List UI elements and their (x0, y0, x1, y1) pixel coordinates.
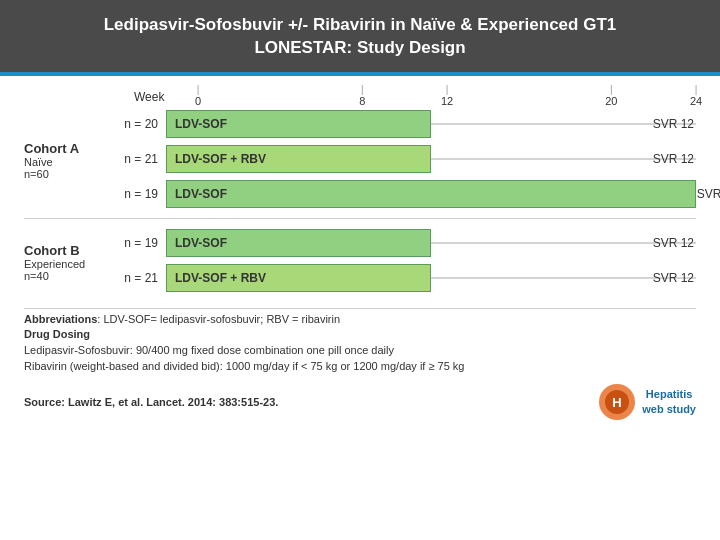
arm-a2-bar: LDV-SOF + RBV (166, 145, 431, 173)
arm-a3-bar-container: LDV-SOF SVR 12 (166, 180, 696, 208)
cohort-b-title: Cohort B (24, 243, 104, 258)
hep-logo-line1: Hepatitis (642, 387, 696, 401)
arm-a2-svr: SVR 12 (653, 152, 694, 166)
timeline-ticks: 0 8 12 20 24 (198, 84, 696, 106)
arm-a1-n: n = 20 (114, 117, 166, 131)
cohort-b-label: Cohort B Experienced n=40 (24, 229, 114, 292)
source-text: Source: Lawitz E, et al. Lancet. 2014: 3… (24, 396, 278, 408)
arm-a3-bar: LDV-SOF (166, 180, 696, 208)
drug-dosing-line2: Ribavirin (weight-based and divided bid)… (24, 360, 464, 372)
arm-a3-row: n = 19 LDV-SOF SVR 12 (114, 180, 696, 208)
arm-a1-row: n = 20 LDV-SOF SVR 12 (114, 110, 696, 138)
week-label: Week (134, 90, 194, 106)
arm-b2-n: n = 21 (114, 271, 166, 285)
arm-a2-label: LDV-SOF + RBV (175, 152, 266, 166)
drug-dosing-line1: Ledipasvir-Sofosbuvir: 90/400 mg fixed d… (24, 344, 394, 356)
cohort-a-label: Cohort A Naïve n=60 (24, 110, 114, 208)
arm-b1-bar: LDV-SOF (166, 229, 431, 257)
arm-a3-label: LDV-SOF (175, 187, 227, 201)
svg-text:H: H (613, 395, 622, 410)
arm-b2-bar: LDV-SOF + RBV (166, 264, 431, 292)
abbreviations-label: Abbreviations (24, 313, 97, 325)
arm-b1-row: n = 19 LDV-SOF SVR 12 (114, 229, 696, 257)
arm-a1-svr: SVR 12 (653, 117, 694, 131)
arm-a3-svr: SVR 12 (697, 187, 720, 201)
timeline-header: Week 0 8 12 20 24 (24, 84, 696, 106)
tick-8: 8 (359, 84, 365, 107)
arm-b2-bar-container: LDV-SOF + RBV SVR 12 (166, 264, 696, 292)
arm-b1-label: LDV-SOF (175, 236, 227, 250)
cohort-a-subtitle: Naïve (24, 156, 104, 168)
main-content: Week 0 8 12 20 24 Cohort A Naïve n=60 n … (0, 76, 720, 540)
cohort-a-n: n=60 (24, 168, 104, 180)
hepatitis-icon: H (598, 383, 636, 421)
header-line1: Ledipasvir-Sofosbuvir +/- Ribavirin in N… (20, 14, 700, 37)
tick-24: 24 (690, 84, 702, 107)
header-line2: LONESTAR: Study Design (20, 37, 700, 60)
hepatitis-logo-text: Hepatitis web study (642, 387, 696, 416)
cohort-b-subtitle: Experienced (24, 258, 104, 270)
drug-dosing-title: Drug Dosing (24, 328, 90, 340)
cohort-b-n: n=40 (24, 270, 104, 282)
arm-a2-row: n = 21 LDV-SOF + RBV SVR 12 (114, 145, 696, 173)
drug-dosing-block: Drug Dosing Ledipasvir-Sofosbuvir: 90/40… (24, 327, 696, 375)
cohort-a-title: Cohort A (24, 141, 104, 156)
arm-b2-svr: SVR 12 (653, 271, 694, 285)
arm-a1-bar-container: LDV-SOF SVR 12 (166, 110, 696, 138)
arm-b1-n: n = 19 (114, 236, 166, 250)
source-line: Source: Lawitz E, et al. Lancet. 2014: 3… (24, 383, 696, 421)
arm-a1-bar: LDV-SOF (166, 110, 431, 138)
arm-a3-n: n = 19 (114, 187, 166, 201)
tick-12: 12 (441, 84, 453, 107)
footer-notes: Abbreviations: LDV-SOF= ledipasvir-sofos… (24, 308, 696, 377)
tick-20: 20 (605, 84, 617, 107)
slide-header: Ledipasvir-Sofosbuvir +/- Ribavirin in N… (0, 0, 720, 72)
hepatitis-logo: H Hepatitis web study (598, 383, 696, 421)
cohort-a-arms: n = 20 LDV-SOF SVR 12 n = 21 (114, 110, 696, 208)
arm-a2-bar-container: LDV-SOF + RBV SVR 12 (166, 145, 696, 173)
main-container: Ledipasvir-Sofosbuvir +/- Ribavirin in N… (0, 0, 720, 540)
arm-b1-svr: SVR 12 (653, 236, 694, 250)
arm-b2-label: LDV-SOF + RBV (175, 271, 266, 285)
arm-a1-label: LDV-SOF (175, 117, 227, 131)
tick-0: 0 (195, 84, 201, 107)
arm-b1-bar-container: LDV-SOF SVR 12 (166, 229, 696, 257)
cohort-b-arms: n = 19 LDV-SOF SVR 12 n = 21 (114, 229, 696, 292)
cohort-b-section: Cohort B Experienced n=40 n = 19 LDV-SOF… (24, 229, 696, 296)
cohort-a-section: Cohort A Naïve n=60 n = 20 LDV-SOF SVR 1… (24, 110, 696, 219)
arm-b2-row: n = 21 LDV-SOF + RBV SVR 12 (114, 264, 696, 292)
arm-a2-n: n = 21 (114, 152, 166, 166)
abbreviations-line: Abbreviations: LDV-SOF= ledipasvir-sofos… (24, 313, 696, 325)
abbreviations-text: : LDV-SOF= ledipasvir-sofosbuvir; RBV = … (97, 313, 340, 325)
hep-logo-line2: web study (642, 402, 696, 416)
